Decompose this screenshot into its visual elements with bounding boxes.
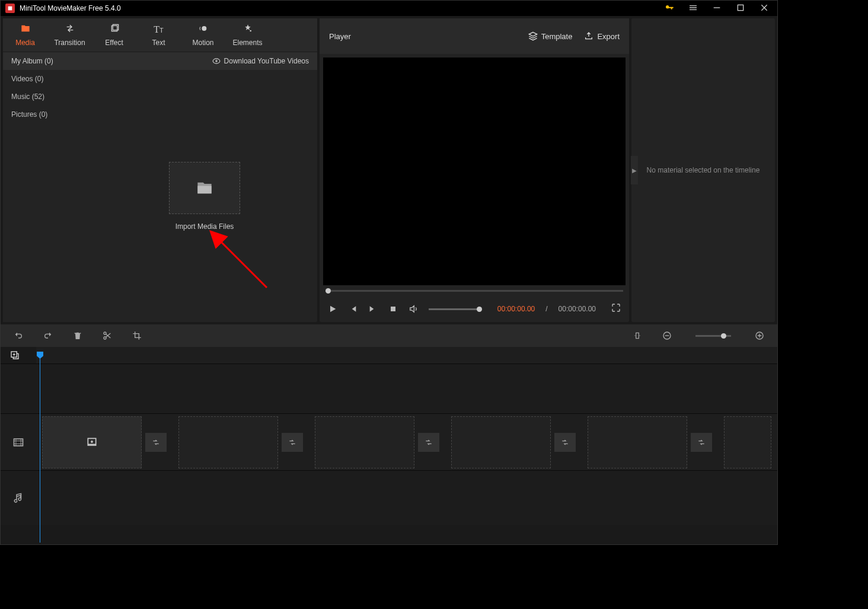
- template-button[interactable]: Template: [528, 31, 573, 41]
- transition-slot[interactable]: [282, 433, 303, 452]
- sidebar-item-music[interactable]: Music (52): [3, 88, 92, 106]
- player-panel: Player Template Export: [320, 18, 629, 322]
- collapse-properties-button[interactable]: ▶: [631, 156, 638, 184]
- player-title: Player: [329, 32, 351, 41]
- media-panel: Media Transition Effect TT Text Motion: [3, 18, 317, 322]
- svg-rect-16: [14, 439, 23, 446]
- timeline-audio-track[interactable]: [1, 470, 777, 525]
- timeline-toolbar: [1, 324, 777, 347]
- video-clip-slot[interactable]: [42, 416, 142, 468]
- tab-label: Elements: [232, 39, 262, 47]
- app-title: MiniTool MovieMaker Free 5.4.0: [20, 4, 661, 12]
- tab-media[interactable]: Media: [3, 18, 47, 52]
- import-media-label: Import Media Files: [175, 222, 234, 231]
- main-tabs: Media Transition Effect TT Text Motion: [3, 18, 317, 52]
- tab-elements[interactable]: Elements: [225, 18, 270, 52]
- volume-button[interactable]: [409, 304, 418, 314]
- video-clip-slot[interactable]: [315, 416, 414, 468]
- split-button[interactable]: [101, 331, 113, 340]
- zoom-slider[interactable]: [695, 335, 731, 337]
- time-current: 00:00:00.00: [497, 305, 535, 313]
- zoom-in-button[interactable]: [754, 331, 765, 340]
- window-maximize-button[interactable]: [732, 2, 749, 15]
- timeline-ruler[interactable]: [36, 347, 777, 364]
- add-track-button[interactable]: [10, 350, 20, 362]
- transition-slot[interactable]: [418, 433, 439, 452]
- my-album-label: My Album (0): [11, 57, 53, 65]
- timeline[interactable]: [1, 347, 777, 543]
- transition-slot[interactable]: [145, 433, 167, 452]
- folder-icon: [3, 23, 47, 36]
- app-logo-icon: [5, 4, 15, 13]
- time-separator: /: [545, 305, 547, 313]
- motion-icon: [181, 23, 225, 36]
- menu-icon[interactable]: [685, 2, 701, 15]
- play-button[interactable]: [328, 304, 337, 314]
- svg-rect-9: [391, 307, 395, 311]
- media-sidebar: Videos (0) Music (52) Pictures (0): [3, 70, 92, 322]
- media-content-area: Import Media Files: [92, 70, 317, 322]
- playhead[interactable]: [40, 354, 40, 543]
- properties-empty-text: No material selected on the timeline: [647, 166, 760, 174]
- titlebar: MiniTool MovieMaker Free 5.4.0: [1, 1, 777, 16]
- elements-icon: [225, 23, 270, 36]
- properties-panel: ▶ No material selected on the timeline: [631, 18, 775, 322]
- player-progress-bar[interactable]: [320, 285, 629, 296]
- transition-icon: [47, 23, 92, 36]
- svg-rect-8: [197, 186, 211, 193]
- next-frame-button[interactable]: [368, 304, 378, 314]
- audio-track-icon: [1, 471, 36, 525]
- svg-rect-0: [8, 7, 12, 11]
- import-media-button[interactable]: [169, 162, 240, 214]
- effect-icon: [92, 23, 136, 36]
- undo-button[interactable]: [12, 331, 24, 340]
- transition-slot[interactable]: [554, 433, 576, 452]
- svg-rect-2: [738, 5, 743, 10]
- svg-rect-12: [636, 333, 639, 338]
- stop-button[interactable]: [388, 304, 398, 314]
- tab-motion[interactable]: Motion: [181, 18, 225, 52]
- zoom-out-button[interactable]: [661, 331, 673, 340]
- time-total: 00:00:00.00: [559, 305, 596, 313]
- svg-rect-1: [714, 7, 720, 8]
- fullscreen-button[interactable]: [611, 303, 621, 315]
- folder-import-icon: [196, 181, 213, 195]
- download-youtube-link[interactable]: Download YouTube Videos: [212, 57, 309, 65]
- zoom-fit-button[interactable]: [631, 331, 643, 340]
- export-button[interactable]: Export: [584, 31, 620, 41]
- crop-button[interactable]: [131, 331, 143, 340]
- tab-label: Text: [152, 39, 165, 47]
- video-track-icon: [1, 414, 36, 470]
- video-clip-slot[interactable]: [724, 416, 771, 468]
- sidebar-item-videos[interactable]: Videos (0): [3, 70, 92, 88]
- download-youtube-text: Download YouTube Videos: [224, 57, 309, 65]
- volume-slider[interactable]: [429, 308, 482, 310]
- tab-text[interactable]: TT Text: [136, 18, 181, 52]
- media-subheader: My Album (0) Download YouTube Videos: [3, 52, 317, 70]
- tab-label: Media: [15, 39, 35, 47]
- export-label: Export: [597, 32, 620, 41]
- window-close-button[interactable]: [756, 2, 773, 15]
- tab-transition[interactable]: Transition: [47, 18, 92, 52]
- tab-label: Transition: [54, 39, 85, 47]
- video-clip-slot[interactable]: [588, 416, 687, 468]
- video-clip-slot[interactable]: [178, 416, 278, 468]
- timeline-text-track[interactable]: [1, 364, 777, 413]
- svg-point-5: [202, 26, 206, 31]
- text-icon: TT: [136, 23, 181, 36]
- tab-label: Effect: [105, 39, 123, 47]
- prev-frame-button[interactable]: [348, 304, 358, 314]
- delete-button[interactable]: [72, 331, 84, 340]
- redo-button[interactable]: [42, 331, 54, 340]
- video-clip-slot[interactable]: [451, 416, 551, 468]
- transition-slot[interactable]: [691, 433, 712, 452]
- svg-point-6: [250, 30, 251, 32]
- activate-key-icon[interactable]: [661, 2, 678, 15]
- window-minimize-button[interactable]: [709, 2, 725, 15]
- template-label: Template: [541, 32, 573, 41]
- player-viewport[interactable]: [323, 58, 626, 285]
- timeline-video-track[interactable]: [1, 413, 777, 470]
- tab-effect[interactable]: Effect: [92, 18, 136, 52]
- tab-label: Motion: [192, 39, 213, 47]
- sidebar-item-pictures[interactable]: Pictures (0): [3, 106, 92, 123]
